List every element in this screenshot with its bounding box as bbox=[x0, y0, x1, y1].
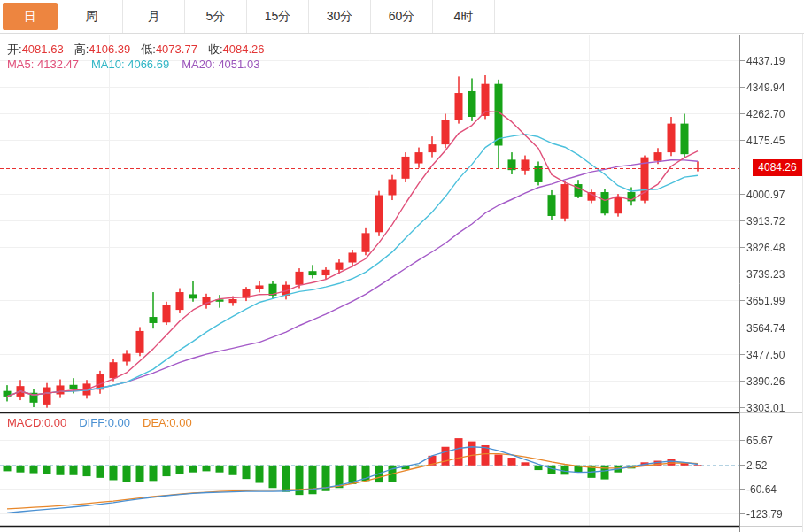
diff-label-value: DIFF:0.00 bbox=[79, 416, 130, 429]
tab-interval-month[interactable]: 月 bbox=[123, 0, 185, 33]
dea-label-value: DEA:0.00 bbox=[143, 416, 192, 429]
macd-label-value: MACD:0.00 bbox=[7, 416, 66, 429]
ma-legend: MA5: 4132.47MA10: 4066.69MA20: 4051.03 bbox=[7, 58, 259, 71]
ohlc-legend: 开:4081.63高:4106.39低:4073.77收:4084.26 bbox=[7, 42, 275, 58]
current-price-badge: 4084.26 bbox=[753, 159, 802, 176]
ma10-label-value: MA10: 4066.69 bbox=[91, 58, 169, 71]
tab-interval-4hour[interactable]: 4时 bbox=[433, 0, 495, 33]
open-value: 4081.63 bbox=[22, 42, 64, 56]
interval-tabbar: 日 周 月 5分 15分 30分 60分 4时 bbox=[0, 0, 804, 34]
tab-interval-60min[interactable]: 60分 bbox=[371, 0, 433, 33]
high-value: 4106.39 bbox=[89, 42, 130, 56]
macd-legend: MACD:0.00DIFF:0.00DEA:0.00 bbox=[7, 416, 192, 429]
close-label: 收: bbox=[208, 42, 223, 56]
ma5-label-value: MA5: 4132.47 bbox=[7, 58, 79, 71]
ma20-label-value: MA20: 4051.03 bbox=[182, 58, 259, 71]
candlestick-chart-canvas[interactable] bbox=[0, 0, 804, 532]
high-label: 高: bbox=[74, 42, 89, 56]
tab-interval-day[interactable]: 日 bbox=[3, 3, 58, 30]
low-label: 低: bbox=[141, 42, 156, 56]
low-value: 4073.77 bbox=[156, 42, 197, 56]
trading-chart-app: 日 周 月 5分 15分 30分 60分 4时 开:4081.63高:4106.… bbox=[0, 0, 804, 532]
tab-interval-5min[interactable]: 5分 bbox=[185, 0, 247, 33]
tab-interval-30min[interactable]: 30分 bbox=[309, 0, 371, 33]
tab-interval-15min[interactable]: 15分 bbox=[247, 0, 309, 33]
close-value: 4084.26 bbox=[223, 42, 265, 56]
open-label: 开: bbox=[7, 42, 22, 56]
tab-interval-week[interactable]: 周 bbox=[61, 0, 123, 33]
